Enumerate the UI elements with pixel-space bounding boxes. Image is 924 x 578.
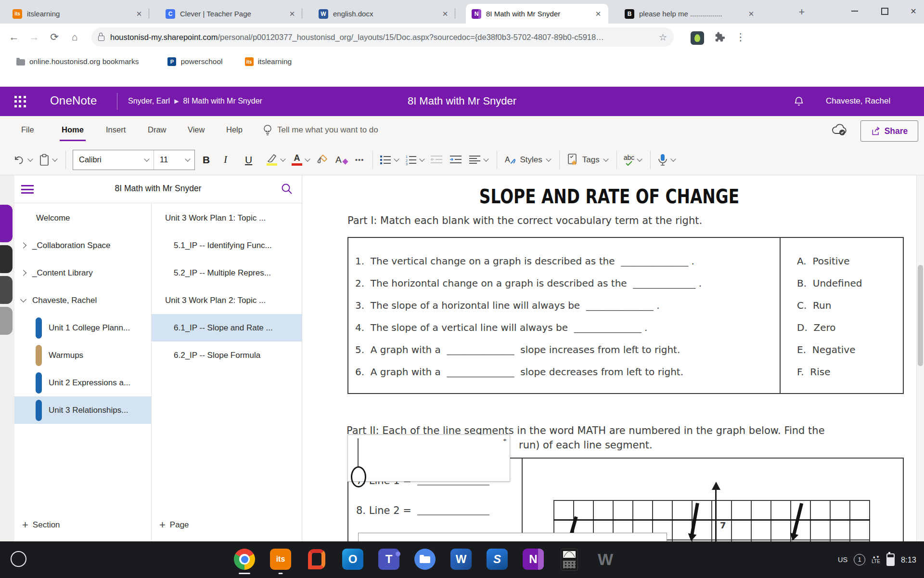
notebook-minitab-dark[interactable] xyxy=(0,245,13,273)
undo-button[interactable] xyxy=(13,154,32,166)
highlighter-button[interactable] xyxy=(266,154,285,166)
launcher-button[interactable] xyxy=(11,551,26,567)
tell-me-search[interactable]: Tell me what you want to do xyxy=(277,125,378,135)
resize-handle-icon[interactable]: ◂▸ xyxy=(503,437,506,442)
tab-itslearning[interactable]: its itslearning ✕ xyxy=(7,4,149,24)
section-warmups[interactable]: Warmups xyxy=(14,342,151,369)
tab-close-icon[interactable]: ✕ xyxy=(593,9,603,19)
page-6-1-ip-selected[interactable]: 6.1_IP -- Slope and Rate ... xyxy=(152,314,302,342)
share-button[interactable]: Share xyxy=(860,120,918,142)
section-group-collaboration-space[interactable]: _Collaboration Space xyxy=(14,232,151,259)
section-group-chaveste-rachel[interactable]: Chaveste, Rachel xyxy=(14,287,151,314)
teams-icon[interactable]: T xyxy=(378,549,399,570)
tab-clever[interactable]: C Clever | Teacher Page ✕ xyxy=(160,4,302,24)
menu-file[interactable]: File xyxy=(20,125,35,134)
sync-status-cloud-icon[interactable] xyxy=(832,123,848,137)
window-minimize-button[interactable] xyxy=(845,3,864,19)
font-name-select[interactable]: Calibri xyxy=(73,150,154,170)
bold-button[interactable]: B xyxy=(203,154,217,166)
page-5-2-ip[interactable]: 5.2_IP -- Multiple Repres... xyxy=(152,259,302,287)
page-6-2-ip[interactable]: 6.2_IP -- Slope Formula xyxy=(152,342,302,369)
menu-home[interactable]: Home xyxy=(61,125,85,134)
home-button[interactable]: ⌂ xyxy=(66,29,83,45)
account-name[interactable]: Chaveste, Rachel xyxy=(826,96,890,106)
section-welcome[interactable]: Welcome xyxy=(14,204,151,232)
section-unit-3-selected[interactable]: Unit 3 Relationships... xyxy=(14,396,151,424)
menu-insert[interactable]: Insert xyxy=(105,125,127,134)
app-launcher-waffle-icon[interactable] xyxy=(14,96,26,107)
menu-view[interactable]: View xyxy=(187,125,205,134)
dictate-microphone-button[interactable] xyxy=(657,153,675,167)
browser-menu-icon[interactable]: ⋮ xyxy=(732,29,749,45)
search-icon[interactable] xyxy=(281,183,293,195)
extensions-puzzle-icon[interactable] xyxy=(711,29,728,45)
section-unit-1[interactable]: Unit 1 College Plann... xyxy=(14,314,151,342)
notebook-minitab-purple[interactable] xyxy=(0,205,13,242)
floating-selection-box[interactable]: ◂▸ xyxy=(347,434,510,482)
orange-ribbon-app-icon[interactable] xyxy=(306,549,327,570)
tab-close-icon[interactable]: ✕ xyxy=(746,9,757,19)
underline-button[interactable]: U xyxy=(245,154,259,166)
menu-help[interactable]: Help xyxy=(225,125,244,134)
section-group-content-library[interactable]: _Content Library xyxy=(14,259,151,287)
onenote-icon[interactable]: N xyxy=(523,549,544,570)
answer-blank[interactable] xyxy=(417,514,489,515)
font-color-button[interactable]: A xyxy=(292,154,309,166)
alignment-button[interactable] xyxy=(469,155,488,165)
scrollbar-thumb[interactable] xyxy=(918,265,923,366)
back-button[interactable]: ← xyxy=(6,29,22,45)
s-app-icon[interactable]: S xyxy=(487,549,508,570)
numbered-list-button[interactable]: 123 xyxy=(405,155,424,165)
window-close-button[interactable]: ✕ xyxy=(904,3,923,19)
tab-english-docx[interactable]: W english.docx ✕ xyxy=(313,4,455,24)
notifications-bell-icon[interactable] xyxy=(793,95,805,107)
bullet-list-button[interactable] xyxy=(380,155,398,165)
bookmark-folder[interactable]: online.houstonisd.org bookmarks xyxy=(16,57,139,66)
bookmark-powerschool[interactable]: P powerschool xyxy=(167,57,222,66)
chrome-icon[interactable] xyxy=(234,549,255,570)
notebook-minitab-light[interactable] xyxy=(0,307,13,335)
page-canvas[interactable]: SLOPE AND RATE OF CHANGE Part I: Match e… xyxy=(302,175,916,541)
forward-button[interactable]: → xyxy=(26,29,42,45)
workspace-web-icon[interactable]: W xyxy=(595,549,616,570)
italic-button[interactable]: I xyxy=(224,154,238,166)
files-icon[interactable] xyxy=(414,549,436,570)
tags-button[interactable]: Tags xyxy=(566,153,608,167)
reload-button[interactable]: ⟳ xyxy=(46,29,63,45)
page-5-1-ip[interactable]: 5.1_IP -- Identifying Func... xyxy=(152,232,302,259)
paste-button[interactable] xyxy=(39,154,57,166)
onenote-app-name[interactable]: OneNote xyxy=(50,94,97,107)
notebook-minitab-gray[interactable] xyxy=(0,276,13,304)
url-field[interactable]: houstonisd-my.sharepoint.com/personal/p0… xyxy=(91,27,674,47)
outlook-icon[interactable]: O xyxy=(342,549,363,570)
extension-pear-icon[interactable] xyxy=(689,30,706,46)
breadcrumb-user[interactable]: Snyder, Earl xyxy=(128,97,170,105)
tab-close-icon[interactable]: ✕ xyxy=(287,9,297,19)
increase-indent-button[interactable] xyxy=(450,155,462,165)
new-tab-button[interactable]: + xyxy=(795,6,808,19)
bookmark-star-icon[interactable]: ☆ xyxy=(659,32,667,43)
add-section-button[interactable]: +Section xyxy=(14,514,60,536)
vertical-scrollbar[interactable] xyxy=(916,175,924,541)
tab-onenote-active[interactable]: N 8I Math with Mr Snyder ✕ xyxy=(466,4,608,24)
page-unit3-workplan2[interactable]: Unit 3 Work Plan 2: Topic ... xyxy=(152,287,302,314)
tab-brainly[interactable]: B please help me ................ ✕ xyxy=(619,4,761,24)
page-unit3-workplan1[interactable]: Unit 3 Work Plan 1: Topic ... xyxy=(152,204,302,232)
tab-close-icon[interactable]: ✕ xyxy=(134,9,144,19)
section-unit-2[interactable]: Unit 2 Expressions a... xyxy=(14,369,151,396)
breadcrumb[interactable]: Snyder, Earl ▶ 8I Math with Mr Snyder xyxy=(128,97,262,105)
add-page-button[interactable]: +Page xyxy=(152,514,189,536)
itslearning-icon[interactable]: its xyxy=(270,549,291,570)
answer-blank[interactable] xyxy=(417,485,489,486)
decrease-indent-button[interactable] xyxy=(431,155,443,165)
more-options-button[interactable]: ••• xyxy=(355,156,364,164)
system-tray[interactable]: US 1 ▲▼LTE 8:13 xyxy=(838,541,916,578)
window-restore-button[interactable] xyxy=(875,3,894,19)
breadcrumb-notebook[interactable]: 8I Math with Mr Snyder xyxy=(183,97,262,105)
spell-check-button[interactable]: abc xyxy=(624,154,642,166)
tab-close-icon[interactable]: ✕ xyxy=(440,9,450,19)
menu-draw[interactable]: Draw xyxy=(147,125,167,134)
format-painter-button[interactable] xyxy=(316,154,329,166)
bookmark-itslearning[interactable]: its itslearning xyxy=(245,57,292,66)
clear-formatting-button[interactable]: A xyxy=(335,155,348,165)
